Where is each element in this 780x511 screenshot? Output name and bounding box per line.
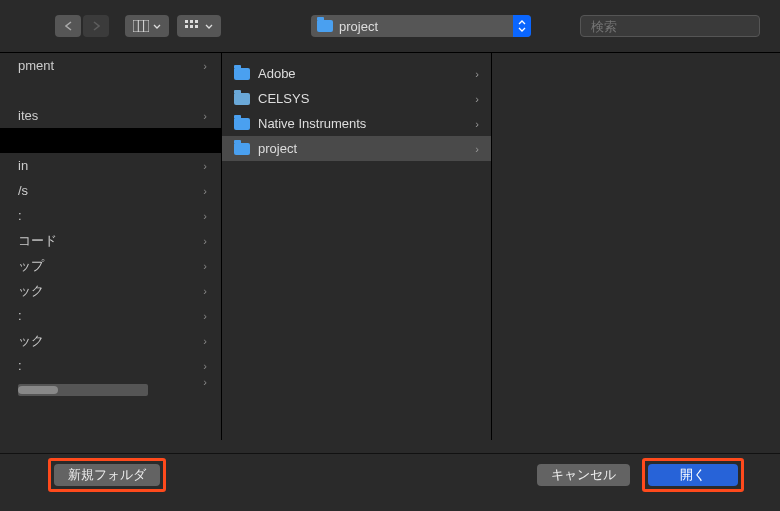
sidebar-item-label: : xyxy=(18,208,22,223)
open-button[interactable]: 開く xyxy=(648,464,738,486)
file-column: Adobe›CELSYS›Native Instruments›project› xyxy=(222,53,492,440)
grid-icon xyxy=(185,20,201,32)
folder-icon xyxy=(234,118,250,130)
sidebar-item-label: : xyxy=(18,358,22,373)
body: pment›ites›in›/s›:›コード›ップ›ック›:›ック›:›› Ad… xyxy=(0,52,780,440)
svg-rect-3 xyxy=(185,20,188,23)
svg-rect-5 xyxy=(195,20,198,23)
sidebar-item-label: ップ xyxy=(18,257,44,275)
sidebar-item[interactable]: :› xyxy=(0,303,221,328)
svg-rect-4 xyxy=(190,20,193,23)
svg-rect-6 xyxy=(185,25,188,28)
chevron-right-icon: › xyxy=(203,110,207,122)
back-button[interactable] xyxy=(55,15,81,37)
highlight-new-folder: 新規フォルダ xyxy=(48,458,166,492)
chevron-right-icon: › xyxy=(203,210,207,222)
sidebar-item[interactable]: :› xyxy=(0,353,221,378)
svg-rect-0 xyxy=(133,20,149,32)
cancel-button[interactable]: キャンセル xyxy=(537,464,630,486)
forward-button[interactable] xyxy=(83,15,109,37)
chevron-right-icon: › xyxy=(203,160,207,172)
sidebar-item-label: in xyxy=(18,158,28,173)
columns-icon xyxy=(133,20,149,32)
folder-icon xyxy=(234,93,250,105)
sidebar-item-label: コード xyxy=(18,232,57,250)
sidebar-item[interactable]: /s› xyxy=(0,178,221,203)
file-item-label: CELSYS xyxy=(258,91,309,106)
folder-icon xyxy=(234,68,250,80)
folder-icon xyxy=(234,143,250,155)
file-item[interactable]: project› xyxy=(222,136,491,161)
chevron-right-icon: › xyxy=(203,310,207,322)
chevron-right-icon: › xyxy=(203,335,207,347)
view-group xyxy=(125,15,221,37)
path-dropdown[interactable]: project xyxy=(311,15,531,37)
scrollbar[interactable] xyxy=(18,384,148,396)
chevron-right-icon xyxy=(93,21,100,31)
chevron-right-icon: › xyxy=(203,260,207,272)
chevron-down-icon xyxy=(205,24,213,29)
search-box[interactable] xyxy=(580,15,760,37)
highlight-open: 開く xyxy=(642,458,744,492)
chevron-right-icon: › xyxy=(203,185,207,197)
chevron-right-icon: › xyxy=(475,93,479,105)
sidebar-item[interactable]: ック› xyxy=(0,278,221,303)
chevron-right-icon: › xyxy=(203,235,207,247)
sidebar-item[interactable]: コード› xyxy=(0,228,221,253)
chevron-left-icon xyxy=(65,21,72,31)
sidebar-item[interactable]: ック› xyxy=(0,328,221,353)
chevron-right-icon: › xyxy=(475,143,479,155)
file-item[interactable]: Adobe› xyxy=(222,61,491,86)
chevron-right-icon: › xyxy=(203,360,207,372)
column-view-button[interactable] xyxy=(125,15,169,37)
chevron-right-icon: › xyxy=(203,285,207,297)
chevron-right-icon: › xyxy=(203,60,207,72)
nav-group xyxy=(55,15,109,37)
sidebar-item[interactable]: in› xyxy=(0,153,221,178)
sidebar-item-label: pment xyxy=(18,58,54,73)
sidebar-item[interactable]: :› xyxy=(0,203,221,228)
chevron-down-icon xyxy=(153,24,161,29)
svg-rect-8 xyxy=(195,25,198,28)
footer: 新規フォルダ キャンセル 開く xyxy=(0,453,780,495)
file-item[interactable]: Native Instruments› xyxy=(222,111,491,136)
toolbar: project xyxy=(0,0,780,52)
sidebar-item[interactable]: pment› xyxy=(0,53,221,78)
sidebar: pment›ites›in›/s›:›コード›ップ›ック›:›ック›:›› xyxy=(0,53,222,440)
sidebar-item-label: : xyxy=(18,308,22,323)
new-folder-button[interactable]: 新規フォルダ xyxy=(54,464,160,486)
path-label: project xyxy=(339,19,378,34)
sidebar-item[interactable]: ites› xyxy=(0,103,221,128)
search-input[interactable] xyxy=(591,19,759,34)
preview-pane xyxy=(492,53,780,440)
file-item[interactable]: CELSYS› xyxy=(222,86,491,111)
sidebar-item-label: ック xyxy=(18,282,44,300)
sidebar-item[interactable] xyxy=(0,128,221,153)
updown-icon xyxy=(513,15,531,37)
grid-view-button[interactable] xyxy=(177,15,221,37)
sidebar-item-label: /s xyxy=(18,183,28,198)
file-item-label: Adobe xyxy=(258,66,296,81)
chevron-right-icon: › xyxy=(475,118,479,130)
chevron-right-icon: › xyxy=(475,68,479,80)
folder-icon xyxy=(317,20,333,32)
sidebar-item[interactable]: ップ› xyxy=(0,253,221,278)
sidebar-item[interactable] xyxy=(0,78,221,103)
sidebar-item-label: ites xyxy=(18,108,38,123)
file-item-label: project xyxy=(258,141,297,156)
sidebar-item-label: ック xyxy=(18,332,44,350)
svg-rect-7 xyxy=(190,25,193,28)
file-item-label: Native Instruments xyxy=(258,116,366,131)
